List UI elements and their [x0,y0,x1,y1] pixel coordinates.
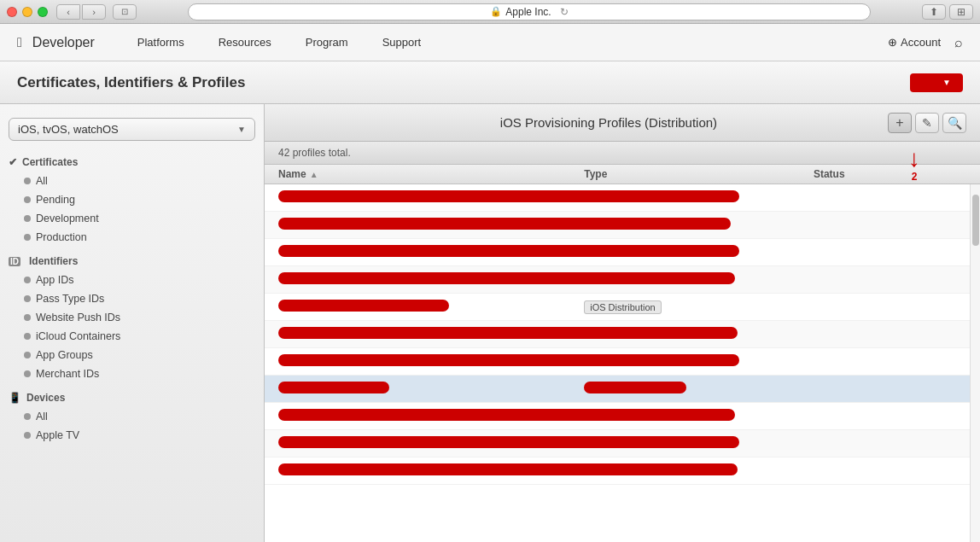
nav-buttons: ‹ › [56,4,106,20]
plus-icon: + [895,115,903,131]
sidebar-item-all-devices[interactable]: All [0,407,264,426]
share-button[interactable]: ⬆ [922,4,946,20]
table-row[interactable] [265,266,980,294]
row-name-cell [278,190,739,205]
redacted-name [278,463,738,475]
sidebar-item-pending[interactable]: Pending [0,190,264,209]
bullet-icon [24,314,31,321]
redacted-name [278,382,389,393]
table-row[interactable] [265,376,980,403]
sidebar-section-certificates: ✔ Certificates [0,153,264,172]
nav-right: ⊕ Account ⌕ [888,35,963,50]
edit-button[interactable]: ✎ [915,113,939,133]
maximize-button[interactable] [38,7,48,17]
apple-logo:  [17,35,22,50]
cert-header-button[interactable]: ▼ [910,73,963,92]
bullet-icon [24,352,31,358]
ios-dist-badge: iOS Distribution [584,300,661,314]
bullet-icon [24,413,31,420]
table-row[interactable] [265,430,980,457]
traffic-lights [7,7,48,17]
scrollbar-thumb[interactable] [972,195,979,246]
sidebar-item-label: App Groups [36,349,93,361]
table-row[interactable] [265,403,980,430]
titlebar: ‹ › ⊡ 🔒 Apple Inc. ↻ ⬆ ⊞ [0,0,980,24]
sidebar-item-production[interactable]: Production [0,228,264,247]
row-type-cell: iOS Distribution [584,300,814,313]
sidebar-item-all-certs[interactable]: All [0,172,264,190]
column-type[interactable]: Type [584,168,814,180]
sidebar-item-development[interactable]: Development [0,209,264,228]
nav-program[interactable]: Program [289,24,365,61]
panel-tools: + ✎ 🔍 [888,113,966,133]
redacted-type [584,382,686,393]
column-name[interactable]: Name ▲ [278,168,584,180]
platform-selector[interactable]: iOS, tvOS, watchOS ▼ [9,118,255,141]
refresh-button[interactable]: ↻ [560,6,569,18]
nav-platforms[interactable]: Platforms [120,24,201,61]
table-row[interactable] [265,321,980,348]
table-body: iOS Distribution [265,184,980,542]
sidebar-item-app-ids[interactable]: App IDs [0,271,264,289]
column-name-label: Name [278,168,306,180]
table-row[interactable] [265,212,980,239]
row-name-cell [278,245,739,259]
row-name-cell [278,409,735,423]
nav-brand[interactable]: Developer [32,35,95,50]
bullet-icon [24,295,31,302]
nav-links: Platforms Resources Program Support [120,24,888,61]
address-bar[interactable]: 🔒 Apple Inc. ↻ [188,3,871,20]
row-name-cell [278,382,584,396]
add-profile-button[interactable]: + [888,113,912,133]
apple-nav:  Developer Platforms Resources Program … [0,24,980,61]
platform-label: iOS, tvOS, watchOS [18,123,119,136]
device-section-label: Devices [26,392,65,404]
close-button[interactable] [7,7,17,17]
nav-support[interactable]: Support [365,24,439,61]
sidebar-item-website-push-ids[interactable]: Website Push IDs [0,308,264,327]
forward-button[interactable]: › [82,4,106,20]
lock-icon: 🔒 [490,6,502,17]
scrollbar-track[interactable] [970,184,980,542]
search-button[interactable]: 🔍 [942,113,966,133]
account-icon: ⊕ [888,36,897,49]
minimize-button[interactable] [22,7,32,17]
table-row[interactable]: iOS Distribution [265,294,980,321]
bullet-icon [24,215,31,222]
column-status[interactable]: Status [814,168,966,180]
sidebar-item-label: Website Push IDs [36,312,120,323]
redacted-name [278,300,449,312]
table-row[interactable] [265,348,980,376]
id-section-label: Identifiers [29,255,78,267]
row-name-cell [278,218,731,232]
sidebar-item-label: Apple TV [36,429,79,441]
table-row[interactable] [265,239,980,266]
chevron-down-icon: ▼ [942,78,951,87]
dropdown-arrow-icon: ▼ [237,125,246,134]
sidebar-item-icloud-containers[interactable]: iCloud Containers [0,327,264,346]
bullet-icon [24,370,31,377]
redacted-name [278,354,739,366]
device-section-icon: 📱 [9,392,21,404]
sidebar-item-label: Development [36,213,99,224]
search-icon[interactable]: ⌕ [954,35,963,50]
cert-header-title: Certificates, Identifiers & Profiles [17,74,910,91]
nav-resources[interactable]: Resources [201,24,289,61]
reader-button[interactable]: ⊞ [949,4,973,20]
sidebar: iOS, tvOS, watchOS ▼ ✔ Certificates All … [0,104,265,542]
account-link[interactable]: ⊕ Account [888,36,941,49]
table-row[interactable] [265,457,980,485]
sidebar-item-merchant-ids[interactable]: Merchant IDs [0,364,264,383]
tab-view-button[interactable]: ⊡ [113,4,137,20]
row-name-cell [278,436,739,451]
sidebar-item-pass-type-ids[interactable]: Pass Type IDs [0,289,264,308]
sidebar-item-label: iCloud Containers [36,330,120,342]
sidebar-item-app-groups[interactable]: App Groups [0,346,264,364]
cert-section-icon: ✔ [9,156,17,168]
sidebar-item-apple-tv[interactable]: Apple TV [0,426,264,445]
table-row[interactable] [265,184,980,212]
main-panel: iOS Provisioning Profiles (Distribution)… [265,104,980,542]
back-button[interactable]: ‹ [56,4,80,20]
arrow-annotation: ↓ 2 [908,147,920,183]
redacted-name [278,436,739,448]
